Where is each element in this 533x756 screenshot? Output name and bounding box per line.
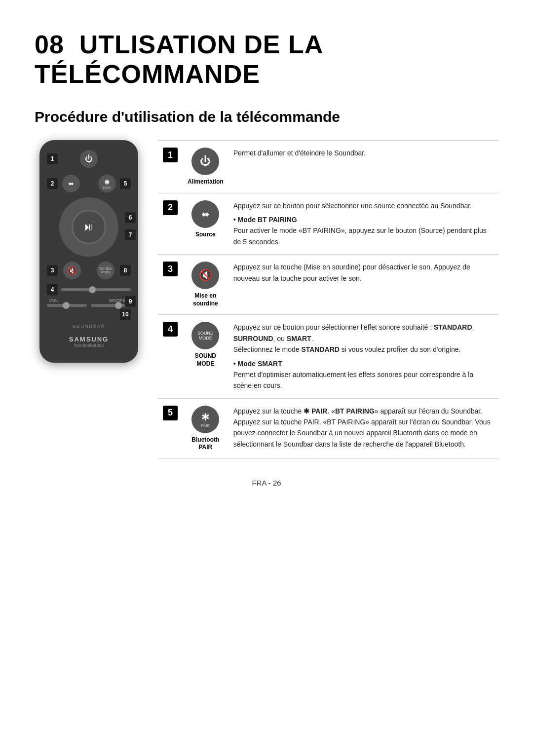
bt-icon-circle: ✱ PAIR	[191, 406, 219, 433]
sound-mode-slider[interactable]	[61, 288, 131, 291]
content-area: 1 ⏻ 2 ⬌ ✱ PAIR 5	[35, 140, 498, 459]
sound-mode-bullet: Mode SMART Permet d'optimiser automatiqu…	[233, 358, 494, 391]
desc-cell-5: Appuyez sur la touche ✱ PAIR. «BT PAIRIN…	[228, 398, 498, 458]
source-bullet-text: Pour activer le mode «BT PAIRING», appuy…	[233, 227, 487, 245]
sound-mode-label-1: SOUND	[99, 267, 112, 270]
harman-text: harman/kardon	[47, 343, 131, 348]
label-5: 5	[120, 178, 131, 189]
label-7: 7	[125, 229, 136, 240]
source-icon: ⬌	[68, 180, 74, 188]
sound-mode-icon-circle: SOUND MODE	[191, 322, 219, 349]
desc-cell-3: Appuyez sur la touche (Mise en sourdine)…	[228, 255, 498, 315]
label-8: 8	[120, 265, 131, 276]
label-9: 9	[125, 296, 136, 307]
desc-cell-1: Permet d'allumer et d'éteindre le Soundb…	[228, 141, 498, 193]
play-pause-btn[interactable]: ⏯	[72, 210, 106, 244]
label-4: 4	[47, 284, 58, 295]
power-icon: ⏻	[85, 154, 93, 163]
instruction-table: 1 ⏻ Alimentation Permet d'allumer et d'é…	[158, 140, 498, 459]
bt-pair-btn[interactable]: ✱ PAIR	[98, 175, 116, 192]
remote-diagram: 1 ⏻ 2 ⬌ ✱ PAIR 5	[35, 140, 143, 363]
source-icon-symbol: ⬌	[201, 208, 210, 220]
desc-cell-2: Appuyez sur ce bouton pour sélectionner …	[228, 193, 498, 255]
page-title: 08 UTLISATION DE LA TÉLÉCOMMANDE	[35, 30, 498, 89]
label-2: 2	[47, 178, 58, 189]
mute-icon-circle: 🔇	[191, 262, 219, 289]
sound-mode-bullet-title: Mode SMART	[237, 360, 282, 368]
section-title: Procédure d'utilisation de la télécomman…	[35, 109, 498, 125]
power-icon-circle: ⏻	[191, 148, 219, 175]
table-row: 3 🔇 Mise en sourdine Appuyez sur la touc…	[158, 255, 498, 315]
pair-label: PAIR	[103, 186, 111, 189]
desc-cell-4: Appuyez sur ce bouton pour sélectionner …	[228, 315, 498, 398]
source-icon-circle: ⬌	[191, 200, 219, 228]
source-bullet-title: Mode BT PAIRING	[237, 216, 297, 224]
table-row: 2 ⬌ Source Appuyez sur ce bouton pour sé…	[158, 193, 498, 255]
soundbar-label: SOUNDBAR	[47, 324, 131, 329]
icon-label-1: Alimentation	[188, 178, 224, 186]
icon-label-3: Mise en sourdine	[188, 292, 224, 307]
remote-body: 1 ⏻ 2 ⬌ ✱ PAIR 5	[39, 140, 138, 363]
power-icon-symbol: ⏻	[200, 155, 211, 168]
vol-label: VOL	[49, 298, 58, 303]
bluetooth-icon: ✱	[104, 178, 110, 186]
icon-label-5: Bluetooth PAIR	[188, 436, 224, 452]
table-row: 5 ✱ PAIR Bluetooth PAIR Appuyez sur la t…	[158, 398, 498, 458]
row-num-1: 1	[158, 141, 183, 193]
label-1: 1	[47, 153, 58, 164]
source-bullet: Mode BT PAIRING Pour activer le mode «BT…	[233, 214, 494, 247]
mute-btn[interactable]: 🔇	[63, 262, 81, 279]
icon-cell-4: SOUND MODE SOUND MODE	[183, 315, 228, 398]
icon-label-2: Source	[188, 231, 224, 239]
label-10: 10	[120, 309, 131, 320]
icon-cell-2: ⬌ Source	[183, 193, 228, 255]
icon-cell-1: ⏻ Alimentation	[183, 141, 228, 193]
row-num-3: 3	[158, 255, 183, 315]
table-row: 1 ⏻ Alimentation Permet d'allumer et d'é…	[158, 141, 498, 193]
vol-slider[interactable]	[47, 304, 87, 307]
mute-icon: 🔇	[67, 266, 77, 275]
label-6: 6	[125, 212, 136, 223]
woofer-thumb[interactable]	[115, 302, 122, 309]
table-row: 4 SOUND MODE SOUND MODE Appuyez sur ce b…	[158, 315, 498, 398]
sound-mode-btn[interactable]: SOUND MODE	[97, 262, 114, 279]
instruction-table-area: 1 ⏻ Alimentation Permet d'allumer et d'é…	[158, 140, 498, 459]
nav-ring[interactable]: ⏯	[59, 197, 118, 257]
row-num-2: 2	[158, 193, 183, 255]
row-num-4: 4	[158, 315, 183, 398]
sound-mode-bullet-text: Permet d'optimiser automatiquement les e…	[233, 371, 473, 389]
source-btn[interactable]: ⬌	[62, 175, 80, 192]
mute-icon-symbol: 🔇	[199, 269, 212, 282]
row-num-5: 5	[158, 398, 183, 458]
power-btn[interactable]: ⏻	[80, 150, 98, 168]
samsung-text: SAMSUNG	[47, 336, 131, 343]
label-3: 3	[47, 265, 58, 276]
icon-cell-5: ✱ PAIR Bluetooth PAIR	[183, 398, 228, 458]
play-pause-icon: ⏯	[83, 221, 94, 233]
icon-cell-3: 🔇 Mise en sourdine	[183, 255, 228, 315]
sound-mode-label-2: MODE	[101, 270, 111, 274]
bt-icon-symbol: ✱	[201, 411, 210, 423]
sound-mode-thumb[interactable]	[89, 286, 96, 293]
samsung-logo-area: SAMSUNG harman/kardon	[47, 336, 131, 348]
vol-thumb[interactable]	[63, 302, 70, 309]
footer: FRA - 26	[35, 479, 498, 487]
icon-label-4: SOUND MODE	[188, 352, 224, 368]
